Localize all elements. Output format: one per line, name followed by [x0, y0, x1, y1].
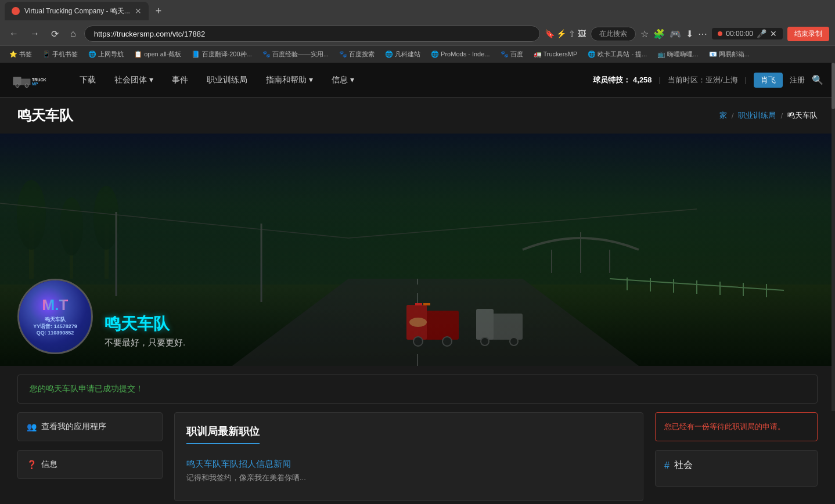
- sidebar-left: 👥 查看我的应用程序 ❓ 信息: [17, 412, 163, 501]
- bookmark-mobile[interactable]: 📱 手机书签: [39, 49, 81, 60]
- vtc-banner: M.T 鸣天车队 YY语音: 14578279 QQ: 110390852 鸣天…: [0, 134, 835, 366]
- vtc-profile: M.T 鸣天车队 YY语音: 14578279 QQ: 110390852 鸣天…: [0, 279, 835, 366]
- bookmark-truckersmp[interactable]: 🚛 TruckersMP: [530, 49, 581, 59]
- nav-social[interactable]: 社会团体 ▾: [107, 70, 160, 90]
- extension-icon[interactable]: 🧩: [653, 28, 665, 39]
- news-excerpt: 记得和我签约，像亲我在美着你晒...: [186, 473, 631, 483]
- breadcrumb-sep2: /: [780, 111, 783, 120]
- browser-tab-active[interactable]: Virtual Trucking Company - 鸣天... ✕: [5, 2, 149, 20]
- bookmark-nav[interactable]: 🌐 上网导航: [85, 49, 127, 60]
- section-title: 职训局最新职位: [186, 424, 260, 444]
- address-bar[interactable]: [84, 26, 540, 42]
- bookmark-promods[interactable]: 🌐 ProMods - Inde...: [427, 49, 493, 59]
- apps-card: 👥 查看我的应用程序: [17, 412, 163, 441]
- scrollbar-thumb[interactable]: [832, 63, 835, 109]
- player-name-badge[interactable]: 肖飞: [754, 73, 783, 88]
- avatar-line1: 鸣天车队: [33, 316, 77, 323]
- breadcrumb-sep1: /: [732, 111, 734, 120]
- nav-events[interactable]: 事件: [165, 70, 195, 90]
- browser-toolbar: ← → ⟳ ⌂ 🔖 ⚡ ⇧ 🖼 在此搜索 ☆ 🧩 🎮 ⬇ ⋯ 00:00:00 …: [0, 22, 835, 45]
- svg-point-11: [17, 180, 46, 250]
- apps-card-title[interactable]: 👥 查看我的应用程序: [27, 422, 153, 432]
- bookmark-bilibili[interactable]: 📺 嗨哩嗨哩...: [654, 49, 701, 60]
- breadcrumb-vtc[interactable]: 职业训练局: [738, 110, 776, 121]
- current-area: 当前时区：亚洲/上海: [668, 75, 738, 85]
- center-content: 职训局最新职位 鸣天车队车队招人信息新闻 记得和我签约，像亲我在美着你晒...: [174, 412, 643, 501]
- alert-card: 您已经有一份等待此职训局的申请。: [655, 412, 818, 441]
- avatar-line2: YY语音: 14578279: [33, 323, 77, 330]
- content-grid: 👥 查看我的应用程序 ❓ 信息 职训局最新职位 鸣天车队车队招人信息新闻: [17, 412, 818, 501]
- bookmark-baidu[interactable]: 🐾 百度: [497, 49, 527, 60]
- player-skill-label: 球员特技：: [593, 75, 631, 84]
- news-item: 鸣天车队车队招人信息新闻 记得和我签约，像亲我在美着你晒...: [186, 453, 631, 489]
- avatar-line3: QQ: 110390852: [33, 330, 77, 337]
- browser-chrome: Virtual Trucking Company - 鸣天... ✕ + ← →…: [0, 0, 835, 63]
- browser-actions: 🔖 ⚡ ⇧ 🖼 在此搜索 ☆ 🧩 🎮 ⬇ ⋯ 00:00:00 🎤 ✕ 结束录制: [545, 27, 829, 41]
- nav-right: 球员特技： 4,258 | 当前时区：亚洲/上海 | 肖飞 注册 🔍: [593, 73, 823, 88]
- news-title[interactable]: 鸣天车队车队招人信息新闻: [186, 459, 631, 470]
- nav-info[interactable]: 信息 ▾: [325, 70, 361, 90]
- social-label: 社会: [674, 459, 693, 471]
- success-text: 您的鸣天车队申请已成功提交！: [30, 384, 143, 393]
- nav-sep2: |: [745, 75, 747, 84]
- hash-icon: #: [664, 460, 670, 471]
- refresh-button[interactable]: ⟳: [48, 26, 62, 42]
- search-icon[interactable]: 🔍: [812, 74, 823, 85]
- svg-text:MP: MP: [32, 81, 38, 85]
- tab-title: Virtual Trucking Company - 鸣天...: [24, 6, 130, 16]
- page-header: 鸣天车队 家 / 职业训练局 / 鸣天车队: [0, 98, 835, 134]
- apps-label: 查看我的应用程序: [41, 422, 106, 432]
- recording-time: 00:00:00: [726, 30, 753, 38]
- bookmark-translate[interactable]: 📘 百度翻译-200种...: [188, 49, 255, 60]
- nav-download[interactable]: 下载: [73, 70, 103, 90]
- settings-icon[interactable]: ⋯: [698, 28, 707, 39]
- alert-message: 您已经有一份等待此职训局的申请。: [664, 422, 785, 431]
- breadcrumb: 家 / 职业训练局 / 鸣天车队: [719, 110, 818, 121]
- stop-icon: ✕: [770, 29, 777, 38]
- svg-point-13: [60, 197, 83, 255]
- end-recording-button[interactable]: 结束录制: [787, 27, 829, 41]
- back-button[interactable]: ←: [6, 26, 22, 41]
- top-nav: TRUCKERS MP 下载 社会团体 ▾ 事件 职业训练局 指南和帮助 ▾ 信…: [0, 63, 835, 98]
- logo-area[interactable]: TRUCKERS MP: [12, 69, 49, 92]
- register-button[interactable]: 注册: [790, 75, 805, 85]
- bookmark-open-all[interactable]: 📋 open all-截板: [131, 49, 185, 60]
- nav-guides[interactable]: 指南和帮助 ▾: [259, 70, 320, 90]
- bookmark-fanke[interactable]: 🌐 凡科建站: [381, 49, 424, 60]
- vtc-avatar-inner: M.T 鸣天车队 YY语音: 14578279 QQ: 110390852: [19, 280, 91, 352]
- apps-icon: 👥: [27, 422, 37, 431]
- bookmark-baidu-exp[interactable]: 🐾 百度经验——实用...: [259, 49, 332, 60]
- main-content: 您的鸣天车队申请已成功提交！ 👥 查看我的应用程序 ❓ 信息: [0, 375, 835, 501]
- bookmark-netease[interactable]: 📧 网易邮箱...: [706, 49, 753, 60]
- download-icon[interactable]: ⬇: [686, 28, 693, 39]
- avatar-initials: M.T: [42, 296, 69, 314]
- info-label: 信息: [41, 459, 57, 470]
- player-skill: 球员特技： 4,258: [593, 75, 652, 85]
- svg-text:TRUCKERS: TRUCKERS: [32, 77, 46, 81]
- avatar-subtitle: 鸣天车队 YY语音: 14578279 QQ: 110390852: [33, 316, 77, 337]
- bookmark-bookmarks[interactable]: ⭐ 书签: [6, 49, 35, 60]
- bookmark-ouka[interactable]: 🌐 欧卡工具站 - 提...: [584, 49, 650, 60]
- new-tab-button[interactable]: +: [151, 5, 167, 17]
- forward-button[interactable]: →: [27, 26, 43, 41]
- nav-links: 下载 社会团体 ▾ 事件 职业训练局 指南和帮助 ▾ 信息 ▾: [73, 70, 593, 90]
- breadcrumb-current: 鸣天车队: [787, 110, 818, 121]
- svg-point-2: [16, 84, 19, 87]
- browser-tabs: Virtual Trucking Company - 鸣天... ✕ +: [0, 0, 835, 22]
- bookmark-baidu-search[interactable]: 🐾 百度搜索: [336, 49, 378, 60]
- bookmarks-bar: ⭐ 书签 📱 手机书签 🌐 上网导航 📋 open all-截板 📘 百度翻译-…: [0, 45, 835, 63]
- info-card-title: ❓ 信息: [27, 459, 153, 470]
- nav-vtc[interactable]: 职业训练局: [200, 70, 254, 90]
- tab-close-button[interactable]: ✕: [135, 6, 142, 16]
- svg-point-15: [93, 186, 119, 250]
- search-bar-browser[interactable]: 在此搜索: [591, 27, 636, 41]
- breadcrumb-home[interactable]: 家: [719, 110, 727, 121]
- scrollbar[interactable]: [832, 63, 835, 411]
- home-button[interactable]: ⌂: [67, 26, 80, 41]
- bookmark-icon[interactable]: ☆: [640, 28, 649, 39]
- game-icon[interactable]: 🎮: [670, 28, 681, 39]
- page-title: 鸣天车队: [17, 106, 73, 125]
- sidebar-right: 您已经有一份等待此职训局的申请。 # 社会: [655, 412, 818, 501]
- success-message: 您的鸣天车队申请已成功提交！: [17, 375, 818, 404]
- page-wrapper: TRUCKERS MP 下载 社会团体 ▾ 事件 职业训练局 指南和帮助 ▾ 信…: [0, 63, 835, 501]
